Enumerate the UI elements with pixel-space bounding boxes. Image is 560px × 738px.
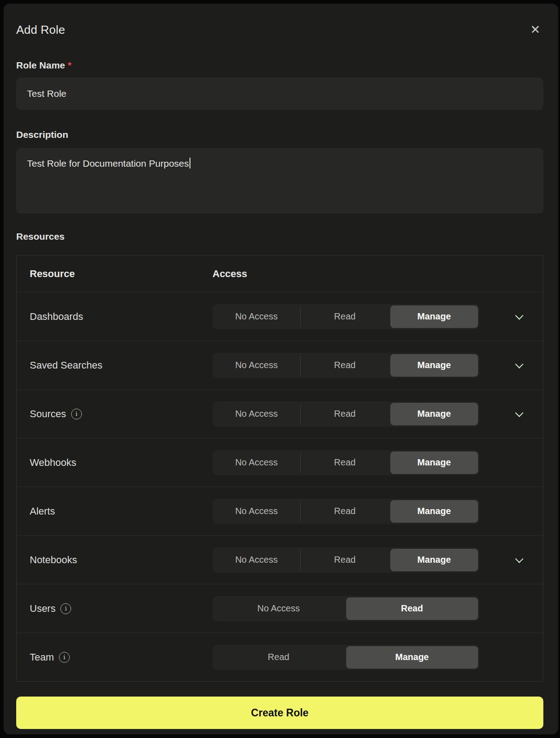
chevron-down-icon[interactable] <box>514 311 525 322</box>
required-asterisk: * <box>68 60 72 70</box>
resource-name: Users <box>30 603 55 615</box>
resource-row-alerts: Alerts No AccessReadManage <box>17 487 543 536</box>
access-option-manage[interactable]: Manage <box>390 549 478 571</box>
access-option-manage[interactable]: Manage <box>390 354 478 377</box>
dialog-header: Add Role ✕ <box>16 4 543 38</box>
column-header-resource: Resource <box>17 268 212 280</box>
resources-table: Resource Access Dashboards No AccessRead… <box>16 255 543 682</box>
access-option-no-access[interactable]: No Access <box>212 596 345 621</box>
role-name-label-text: Role Name <box>16 60 65 70</box>
access-segmented-control: ReadManage <box>212 645 479 670</box>
access-segmented-control: No AccessReadManage <box>212 547 479 573</box>
access-option-no-access[interactable]: No Access <box>212 304 300 329</box>
resource-name: Sources <box>30 408 66 420</box>
access-option-read[interactable]: Read <box>301 499 388 524</box>
access-option-read[interactable]: Read <box>346 597 479 620</box>
resource-name: Alerts <box>30 506 55 517</box>
resource-cell: Webhooks <box>17 457 212 469</box>
access-option-no-access[interactable]: No Access <box>212 450 300 475</box>
resource-name: Dashboards <box>30 311 83 323</box>
resource-name: Saved Searches <box>30 360 102 371</box>
access-option-manage[interactable]: Manage <box>390 305 478 328</box>
access-option-read[interactable]: Read <box>212 645 345 670</box>
resource-name: Webhooks <box>30 457 77 469</box>
resource-row-dashboards: Dashboards No AccessReadManage <box>17 292 543 341</box>
resource-cell: Sources i <box>17 408 212 420</box>
resources-label: Resources <box>16 230 543 243</box>
access-option-read[interactable]: Read <box>301 304 388 329</box>
resource-name: Team <box>30 651 54 663</box>
access-segmented-control: No AccessReadManage <box>212 304 479 329</box>
access-option-no-access[interactable]: No Access <box>212 401 300 427</box>
chevron-down-icon[interactable] <box>514 360 525 371</box>
resource-row-team: Team i ReadManage <box>17 633 543 681</box>
column-header-access: Access <box>212 268 247 280</box>
description-label: Description <box>16 128 543 141</box>
table-header-row: Resource Access <box>17 255 543 292</box>
info-icon[interactable]: i <box>59 652 70 663</box>
resource-cell: Notebooks <box>17 554 212 566</box>
role-name-label: Role Name* <box>16 59 543 72</box>
resource-cell: Team i <box>17 651 212 663</box>
resource-row-users: Users i No AccessRead <box>17 584 543 633</box>
resource-cell: Users i <box>17 603 212 615</box>
close-icon[interactable]: ✕ <box>527 22 543 38</box>
access-option-manage[interactable]: Manage <box>390 403 478 425</box>
resource-row-webhooks: Webhooks No AccessReadManage <box>17 438 543 487</box>
role-name-input[interactable] <box>16 77 543 110</box>
info-icon[interactable]: i <box>71 409 82 419</box>
access-option-no-access[interactable]: No Access <box>212 353 300 378</box>
info-icon[interactable]: i <box>60 603 71 614</box>
resource-name: Notebooks <box>30 554 77 566</box>
chevron-down-icon[interactable] <box>514 555 525 565</box>
dialog-title: Add Role <box>16 23 65 37</box>
access-option-manage[interactable]: Manage <box>390 500 478 523</box>
create-role-button[interactable]: Create Role <box>16 697 543 729</box>
resource-rows: Dashboards No AccessReadManage Saved Sea… <box>17 292 543 681</box>
access-segmented-control: No AccessRead <box>212 596 479 621</box>
access-option-manage[interactable]: Manage <box>390 451 478 474</box>
resource-cell: Saved Searches <box>17 360 212 371</box>
access-option-read[interactable]: Read <box>301 450 388 475</box>
chevron-down-icon[interactable] <box>514 409 525 419</box>
resource-row-notebooks: Notebooks No AccessReadManage <box>17 536 543 584</box>
resource-row-sources: Sources i No AccessReadManage <box>17 390 543 438</box>
access-segmented-control: No AccessReadManage <box>212 450 479 475</box>
resource-cell: Alerts <box>17 506 212 517</box>
access-option-no-access[interactable]: No Access <box>212 547 300 573</box>
access-option-read[interactable]: Read <box>301 401 388 427</box>
access-option-read[interactable]: Read <box>301 547 388 573</box>
resource-cell: Dashboards <box>17 311 212 323</box>
add-role-dialog: Add Role ✕ Role Name* Description Test R… <box>4 4 558 734</box>
resource-row-saved-searches: Saved Searches No AccessReadManage <box>17 341 543 390</box>
access-segmented-control: No AccessReadManage <box>212 401 479 427</box>
access-segmented-control: No AccessReadManage <box>212 353 479 378</box>
access-option-no-access[interactable]: No Access <box>212 499 300 524</box>
description-text: Test Role for Documentation Purposes <box>27 158 189 169</box>
access-option-read[interactable]: Read <box>301 353 388 378</box>
access-option-manage[interactable]: Manage <box>346 646 479 669</box>
description-textarea[interactable]: Test Role for Documentation Purposes <box>16 148 543 214</box>
access-segmented-control: No AccessReadManage <box>212 499 479 524</box>
text-caret <box>190 158 190 169</box>
